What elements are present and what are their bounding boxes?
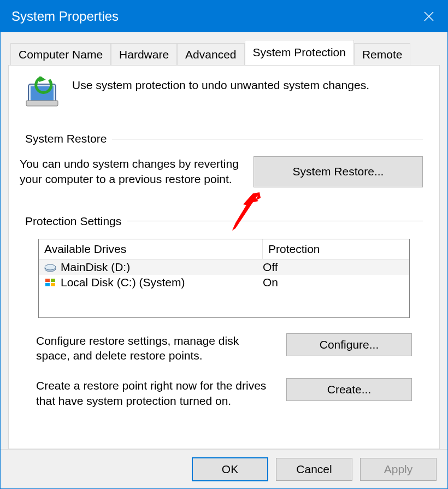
ok-button[interactable]: OK [192, 457, 268, 481]
section-restore-header: System Restore [25, 132, 423, 145]
tabs-row: Computer Name Hardware Advanced System P… [8, 40, 440, 65]
tab-system-protection[interactable]: System Protection [245, 40, 354, 65]
drive-protection: Off [263, 261, 404, 274]
titlebar: System Properties [1, 1, 447, 32]
svg-rect-12 [51, 279, 55, 282]
windows-drive-icon [44, 278, 56, 287]
section-restore-title: System Restore [25, 132, 107, 145]
drive-icon [44, 262, 56, 272]
configure-desc: Configure restore settings, manage disk … [36, 333, 275, 363]
close-icon [423, 11, 434, 22]
create-desc: Create a restore point right now for the… [36, 378, 275, 408]
restore-desc: You can undo system changes by reverting… [20, 156, 248, 187]
divider [112, 139, 423, 139]
divider [127, 221, 423, 221]
configure-row: Configure restore settings, manage disk … [36, 333, 412, 363]
intro-text: Use system protection to undo unwanted s… [72, 76, 369, 92]
svg-marker-5 [39, 76, 46, 82]
svg-marker-6 [249, 195, 258, 203]
drives-table-body: MainDisk (D:) Off Local Disk [39, 260, 409, 317]
section-protection-title: Protection Settings [25, 215, 121, 228]
column-protection[interactable]: Protection [263, 239, 409, 259]
svg-marker-8 [243, 192, 261, 205]
system-properties-window: System Properties Computer Name Hardware… [0, 0, 448, 489]
svg-point-10 [45, 264, 56, 270]
tab-container: Computer Name Hardware Advanced System P… [1, 32, 447, 449]
drives-table: Available Drives Protection MainDisk (D:… [38, 239, 410, 318]
system-restore-button[interactable]: System Restore... [254, 156, 423, 187]
table-row[interactable]: Local Disk (C:) (System) On [39, 275, 409, 290]
restore-row: You can undo system changes by reverting… [20, 156, 423, 187]
svg-rect-13 [45, 283, 50, 286]
svg-rect-14 [51, 283, 55, 286]
cancel-button[interactable]: Cancel [276, 458, 352, 481]
drive-protection: On [263, 276, 404, 289]
intro-row: Use system protection to undo unwanted s… [25, 76, 423, 110]
drive-name: MainDisk (D:) [61, 261, 130, 274]
create-button[interactable]: Create... [286, 378, 412, 401]
svg-rect-4 [26, 101, 58, 106]
tab-panel: Use system protection to undo unwanted s… [8, 65, 440, 449]
drives-table-header: Available Drives Protection [39, 239, 409, 260]
window-title: System Properties [11, 9, 119, 24]
svg-rect-11 [45, 279, 50, 282]
column-drives[interactable]: Available Drives [39, 239, 263, 259]
table-row[interactable]: MainDisk (D:) Off [39, 260, 409, 275]
create-row: Create a restore point right now for the… [36, 378, 412, 408]
tab-advanced[interactable]: Advanced [177, 43, 244, 66]
dialog-footer: OK Cancel Apply [1, 449, 447, 488]
tab-computer-name[interactable]: Computer Name [10, 43, 111, 66]
drive-name: Local Disk (C:) (System) [61, 276, 185, 289]
system-protection-icon [25, 76, 62, 110]
apply-button[interactable]: Apply [360, 458, 437, 481]
tab-hardware[interactable]: Hardware [111, 43, 177, 66]
tab-remote[interactable]: Remote [354, 43, 411, 66]
section-protection-header: Protection Settings [25, 215, 423, 228]
close-button[interactable] [421, 9, 437, 24]
configure-button[interactable]: Configure... [286, 333, 412, 356]
